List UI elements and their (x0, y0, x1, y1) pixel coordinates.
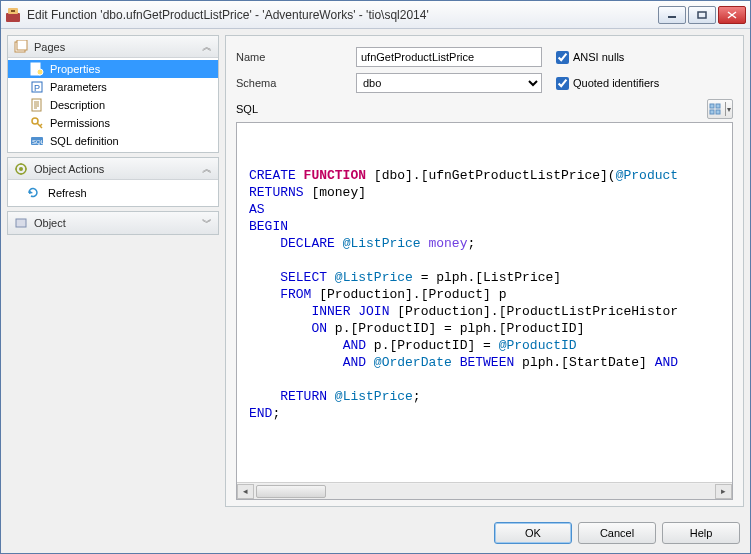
scroll-right-button[interactable]: ▸ (715, 484, 732, 499)
quoted-identifiers-checkbox[interactable]: Quoted identifiers (556, 77, 659, 90)
name-input[interactable] (356, 47, 542, 67)
ansi-nulls-checkbox[interactable]: ANSI nulls (556, 51, 624, 64)
svg-rect-21 (716, 110, 720, 114)
scroll-left-button[interactable]: ◂ (237, 484, 254, 499)
titlebar[interactable]: Edit Function 'dbo.ufnGetProductListPric… (1, 1, 750, 29)
description-icon (30, 98, 44, 112)
svg-point-8 (37, 69, 43, 75)
scroll-thumb[interactable] (256, 485, 326, 498)
page-label: Properties (50, 63, 100, 75)
schema-label: Schema (236, 77, 356, 89)
sql-editor[interactable]: CREATE FUNCTION [dbo].[ufnGetProductList… (236, 122, 733, 500)
page-label: Parameters (50, 81, 107, 93)
actions-label: Object Actions (34, 163, 202, 175)
svg-rect-11 (32, 99, 41, 111)
action-label: Refresh (48, 187, 87, 199)
page-sql-definition[interactable]: SQL SQL definition (8, 132, 218, 150)
svg-rect-3 (668, 16, 676, 18)
actions-icon (14, 162, 28, 176)
schema-select[interactable]: dbo (356, 73, 542, 93)
minimize-button[interactable] (658, 6, 686, 24)
actions-header[interactable]: Object Actions ︽ (8, 158, 218, 180)
maximize-button[interactable] (688, 6, 716, 24)
object-header[interactable]: Object ︾ (8, 212, 218, 234)
expand-icon: ︾ (202, 216, 212, 230)
ok-button[interactable]: OK (494, 522, 572, 544)
pages-header[interactable]: Pages ︽ (8, 36, 218, 58)
dialog-window: Edit Function 'dbo.ufnGetProductListPric… (0, 0, 751, 554)
pages-label: Pages (34, 41, 202, 53)
dropdown-arrow-icon: ▾ (725, 102, 731, 116)
app-icon (5, 7, 21, 23)
sidebar: Pages ︽ Properties P Parameters Descript… (7, 35, 219, 507)
page-label: Description (50, 99, 105, 111)
page-properties[interactable]: Properties (8, 60, 218, 78)
svg-point-16 (19, 167, 23, 171)
object-label: Object (34, 217, 202, 229)
name-label: Name (236, 51, 356, 63)
actions-panel: Object Actions ︽ Refresh (7, 157, 219, 207)
window-title: Edit Function 'dbo.ufnGetProductListPric… (27, 8, 658, 22)
sql-icon: SQL (30, 134, 44, 148)
collapse-icon: ︽ (202, 162, 212, 176)
parameters-icon: P (30, 80, 44, 94)
svg-text:P: P (34, 83, 40, 93)
page-label: Permissions (50, 117, 110, 129)
svg-text:SQL: SQL (32, 139, 44, 145)
object-panel: Object ︾ (7, 211, 219, 235)
collapse-icon: ︽ (202, 40, 212, 54)
properties-icon (30, 62, 44, 76)
svg-rect-18 (710, 104, 714, 108)
svg-rect-2 (11, 10, 15, 12)
pages-icon (14, 40, 28, 54)
permissions-icon (30, 116, 44, 130)
main-panel: Name ANSI nulls Schema dbo Quoted identi… (225, 35, 744, 507)
horizontal-scrollbar[interactable]: ◂ ▸ (237, 482, 732, 499)
cancel-button[interactable]: Cancel (578, 522, 656, 544)
sql-label: SQL (236, 103, 356, 115)
svg-rect-20 (710, 110, 714, 114)
svg-rect-17 (16, 219, 26, 227)
pages-panel: Pages ︽ Properties P Parameters Descript… (7, 35, 219, 153)
object-icon (14, 216, 28, 230)
page-description[interactable]: Description (8, 96, 218, 114)
svg-rect-4 (698, 12, 706, 18)
page-label: SQL definition (50, 135, 119, 147)
refresh-icon (26, 186, 40, 200)
dialog-footer: OK Cancel Help (1, 513, 750, 553)
svg-rect-6 (17, 40, 27, 50)
svg-rect-0 (6, 13, 20, 22)
page-permissions[interactable]: Permissions (8, 114, 218, 132)
grid-icon (709, 103, 721, 115)
editor-options-button[interactable]: ▾ (707, 99, 733, 119)
close-button[interactable] (718, 6, 746, 24)
help-button[interactable]: Help (662, 522, 740, 544)
page-parameters[interactable]: P Parameters (8, 78, 218, 96)
action-refresh[interactable]: Refresh (8, 182, 218, 204)
svg-rect-19 (716, 104, 720, 108)
